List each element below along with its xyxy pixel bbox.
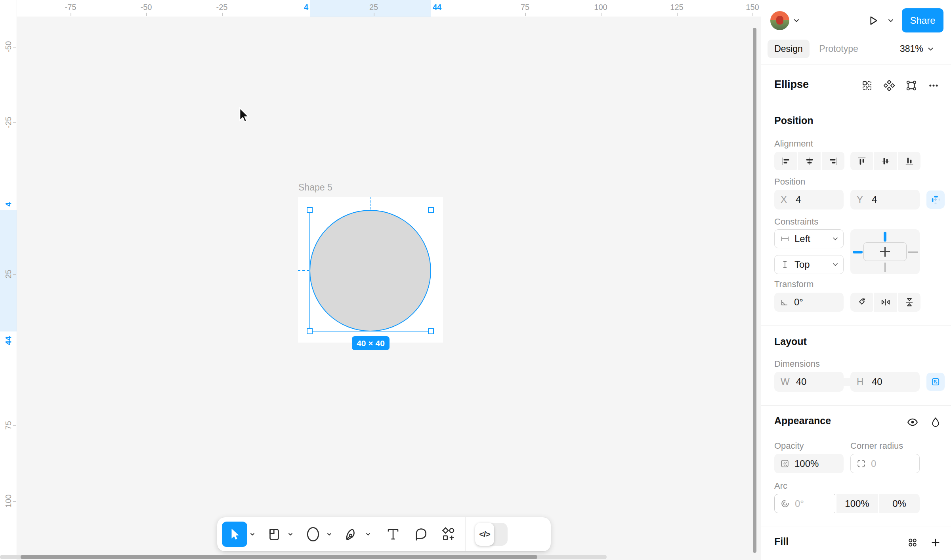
position-label: Position [774, 177, 805, 187]
add-fill-button[interactable] [928, 535, 943, 550]
y-position-field[interactable]: Y 4 [850, 190, 920, 210]
x-position-field[interactable]: X 4 [774, 190, 844, 210]
chevron-down-icon [365, 531, 371, 537]
ruler-left[interactable]: -50 -25 4 25 44 75 100 [0, 0, 17, 560]
shape-tool-button[interactable] [302, 522, 324, 547]
present-button[interactable] [867, 14, 879, 29]
align-top-button[interactable] [850, 152, 873, 170]
more-options-button[interactable] [926, 78, 941, 93]
constraint-left-active[interactable] [853, 251, 863, 253]
opacity-label: Opacity [774, 441, 804, 451]
horizontal-constraint-icon [780, 234, 790, 244]
account-chevron-down-icon[interactable] [793, 17, 800, 24]
constraint-right[interactable] [908, 251, 918, 253]
lock-aspect-ratio-button[interactable] [926, 373, 945, 391]
align-right-button[interactable] [822, 152, 844, 170]
pen-tool-menu-chevron[interactable] [363, 522, 373, 547]
divider [761, 65, 951, 65]
selected-object-title: Ellipse [774, 78, 809, 91]
selection-box [309, 210, 431, 331]
tab-prototype[interactable]: Prototype [816, 40, 861, 58]
move-tool-button[interactable] [222, 522, 247, 547]
opacity-field[interactable]: 100% [774, 454, 844, 473]
arc-sweep-field[interactable]: 100% [836, 494, 878, 513]
horizontal-scrollbar-thumb[interactable] [21, 555, 537, 559]
create-component-button[interactable] [881, 78, 897, 93]
selection-handle-se[interactable] [428, 328, 434, 334]
ruler-top[interactable]: -75 -50 -25 4 25 44 75 100 125 150 [0, 0, 761, 17]
frame-name-label[interactable]: Shape 5 [298, 182, 332, 193]
ruler-tick [13, 47, 16, 48]
share-button[interactable]: Share [902, 8, 943, 32]
apply-styles-button[interactable] [859, 78, 875, 93]
ruler-tick-label: 25 [0, 262, 20, 286]
opacity-value: 100% [794, 458, 819, 469]
constraints-label: Constraints [774, 217, 818, 227]
constraints-widget[interactable] [850, 229, 920, 274]
divider [761, 526, 951, 526]
rotate-90-button[interactable] [850, 293, 873, 312]
height-field[interactable]: H 40 [850, 372, 920, 392]
ruler-tick-label: -25 [0, 110, 20, 134]
move-tool-menu-chevron[interactable] [247, 522, 258, 547]
canvas[interactable]: Shape 5 40 × 40 -75 -50 -25 4 25 44 75 1… [0, 0, 761, 560]
height-field-label: H [857, 376, 865, 387]
shape-tool-menu-chevron[interactable] [324, 522, 334, 547]
align-vertical-center-button[interactable] [874, 152, 897, 170]
edit-object-button[interactable] [903, 78, 919, 93]
comment-tool-button[interactable] [410, 522, 432, 547]
rotation-field[interactable]: 0° [774, 293, 844, 312]
vertical-scrollbar-thumb[interactable] [753, 28, 756, 553]
ruler-tick-label-selected: 4 [0, 192, 20, 216]
ruler-tick [525, 13, 526, 16]
blend-mode-button[interactable] [928, 414, 943, 430]
flip-vertical-button[interactable] [898, 293, 920, 312]
frame-tool-button[interactable] [263, 522, 285, 547]
selection-handle-ne[interactable] [428, 207, 434, 213]
visibility-button[interactable] [905, 414, 920, 430]
absolute-position-button[interactable] [926, 190, 945, 209]
selection-handle-nw[interactable] [307, 207, 313, 213]
align-vertical-center-icon [880, 156, 891, 166]
align-horizontal-center-button[interactable] [798, 152, 821, 170]
selection-handle-sw[interactable] [307, 328, 313, 334]
arc-ratio-value: 0% [892, 498, 906, 509]
arc-ratio-field[interactable]: 0% [879, 494, 920, 513]
constraint-bottom[interactable] [884, 263, 886, 272]
ruler-tick [146, 13, 147, 16]
snap-guide-vertical [370, 197, 370, 210]
fill-styles-button[interactable] [905, 535, 920, 550]
ruler-tick [222, 13, 223, 16]
arc-start-field[interactable]: 0° [774, 494, 835, 513]
align-left-button[interactable] [774, 152, 797, 170]
present-chevron-down-icon[interactable] [887, 17, 894, 24]
text-tool-button[interactable] [382, 522, 404, 547]
ellipse-tool-icon [305, 526, 321, 543]
avatar[interactable] [770, 11, 789, 30]
align-bottom-button[interactable] [898, 152, 920, 170]
zoom-level-control[interactable]: 381% [900, 40, 943, 58]
frame-tool-menu-chevron[interactable] [285, 522, 296, 547]
size-badge: 40 × 40 [352, 336, 390, 350]
ruler-tick-label-selected: 44 [433, 3, 456, 12]
tab-design[interactable]: Design [768, 40, 810, 58]
flip-horizontal-button[interactable] [874, 293, 897, 312]
corner-radius-value: 0 [871, 458, 876, 469]
arc-start-value: 0° [795, 498, 804, 509]
eye-icon [907, 416, 919, 428]
divider [761, 326, 951, 326]
ruler-tick [71, 13, 71, 16]
y-field-value: 4 [872, 194, 877, 205]
edit-object-icon [906, 80, 917, 91]
width-field[interactable]: W 40 [774, 372, 844, 392]
ruler-tick [677, 13, 678, 16]
vertical-constraint-dropdown[interactable]: Top [774, 255, 844, 274]
constraint-top-active[interactable] [884, 232, 886, 242]
pen-tool-button[interactable] [341, 522, 363, 547]
vertical-constraint-value: Top [794, 259, 810, 270]
horizontal-constraint-dropdown[interactable]: Left [774, 229, 844, 248]
actions-button[interactable] [437, 522, 460, 547]
dev-mode-toggle[interactable]: </> [475, 523, 508, 546]
arc-label: Arc [774, 481, 787, 491]
corner-radius-field[interactable]: 0 [850, 454, 920, 473]
